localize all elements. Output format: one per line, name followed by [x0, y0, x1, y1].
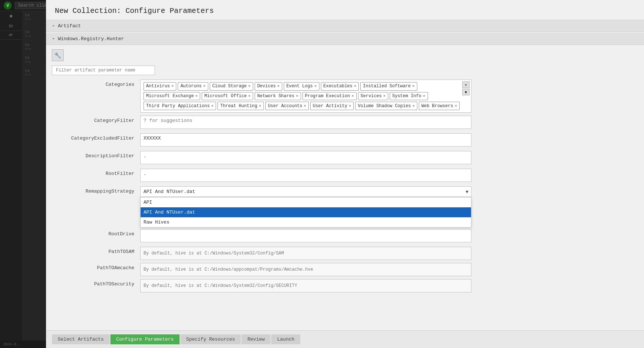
modal-footer: Select Artifacts Configure Parameters Sp… — [46, 330, 644, 348]
path-to-amcache-label: PathTOAmcache — [52, 263, 140, 271]
tag-microsoft-exchange[interactable]: Microsoft Exchange × — [144, 92, 200, 101]
registry-collapse-icon: - — [52, 36, 55, 42]
tag-web-browsers[interactable]: Web Browsers × — [419, 102, 460, 110]
tag-event-logs-remove[interactable]: × — [314, 84, 317, 88]
tag-program-execution-remove[interactable]: × — [351, 94, 354, 98]
tag-microsoft-office-remove[interactable]: × — [248, 94, 251, 98]
path-to-sam-input[interactable] — [140, 247, 471, 260]
tag-third-party-remove[interactable]: × — [211, 104, 214, 108]
tag-network-shares[interactable]: Network Shares × — [255, 92, 301, 101]
categories-value: Antivirus × Autoruns × Cloud Storage × D… — [140, 80, 638, 113]
remapping-strategy-select[interactable]: API API And NTUser.dat Raw Hives — [140, 186, 471, 197]
sidebar-logo: + — [0, 11, 22, 22]
path-to-security-input[interactable] — [140, 279, 471, 292]
tag-services-remove[interactable]: × — [383, 94, 386, 98]
category-filter-input[interactable] — [140, 116, 471, 129]
tag-system-info[interactable]: System Info × — [390, 92, 428, 101]
status-bar-date: 2024-0... — [3, 342, 23, 347]
registry-section-header[interactable]: - Windows.Registry.Hunter — [46, 33, 644, 45]
tag-volume-shadow[interactable]: Volume Shadow Copies × — [355, 102, 417, 110]
category-excluded-row: CategoryExcludedFilter XXXXXX — [52, 133, 638, 148]
category-filter-row: CategoryFilter — [52, 116, 638, 130]
tag-user-accounts[interactable]: User Accounts × — [265, 102, 309, 110]
description-filter-input[interactable]: . — [140, 151, 471, 164]
path-to-security-label: PathTOSecurity — [52, 279, 140, 287]
root-filter-value: . — [140, 169, 638, 183]
modal-body: - Artifact - Windows.Registry.Hunter 🔧 C… — [46, 20, 644, 330]
tag-program-execution[interactable]: Program Execution × — [302, 92, 357, 101]
registry-section-label: Windows.Registry.Hunter — [58, 36, 124, 42]
tag-executables[interactable]: Executables × — [321, 82, 359, 91]
path-to-amcache-input[interactable] — [140, 263, 471, 276]
category-excluded-input[interactable]: XXXXXX — [140, 133, 471, 147]
description-filter-value: . — [140, 151, 638, 166]
path-to-sam-label: PathTOSAM — [52, 247, 140, 254]
tag-cloud-storage[interactable]: Cloud Storage × — [210, 82, 253, 91]
secondary-panel: CaPreL CaPre CaPre CaPre CaPre — [22, 11, 46, 348]
categories-expand-button[interactable]: ▼ — [462, 89, 470, 95]
remapping-strategy-label: RemappingStrategy — [52, 186, 140, 194]
artifact-section-label: Artifact — [58, 23, 81, 29]
tag-installed-software[interactable]: Installed Software × — [360, 82, 417, 91]
filter-parameter-input[interactable] — [52, 66, 155, 75]
tag-volume-shadow-remove[interactable]: × — [412, 104, 415, 108]
tag-microsoft-office[interactable]: Microsoft Office × — [202, 92, 253, 101]
velociraptor-logo: V — [4, 1, 12, 10]
panel-item-3: CaPre — [22, 41, 46, 54]
tab-specify-resources[interactable]: Specify Resources — [180, 334, 241, 344]
sidebar-item-ar[interactable]: Ar — [0, 31, 22, 40]
path-to-security-value — [140, 279, 638, 292]
root-drive-input[interactable] — [140, 229, 471, 242]
tag-services[interactable]: Services × — [358, 92, 388, 101]
modal-title: New Collection: Configure Parameters — [55, 7, 635, 15]
remapping-strategy-row: RemappingStrategy API API And NTUser.dat… — [52, 186, 638, 200]
tag-devices-remove[interactable]: × — [277, 84, 280, 88]
tab-configure-parameters[interactable]: Configure Parameters — [110, 334, 180, 344]
tag-installed-software-remove[interactable]: × — [412, 84, 415, 88]
tag-microsoft-exchange-remove[interactable]: × — [195, 94, 198, 98]
tag-user-activity[interactable]: User Activity × — [310, 102, 354, 110]
tag-system-info-remove[interactable]: × — [423, 94, 425, 98]
categories-clear-button[interactable]: × — [462, 81, 470, 88]
tag-antivirus[interactable]: Antivirus × — [144, 82, 176, 91]
tag-threat-hunting-remove[interactable]: × — [259, 104, 261, 108]
tag-devices[interactable]: Devices × — [255, 82, 282, 91]
tab-select-artifacts[interactable]: Select Artifacts — [52, 334, 110, 344]
tag-threat-hunting[interactable]: Threat Hunting × — [217, 102, 263, 110]
svg-text:V: V — [6, 3, 9, 8]
modal-header: New Collection: Configure Parameters — [46, 0, 644, 20]
remapping-dropdown-popup: API API And NTUser.dat Raw Hives — [140, 197, 471, 228]
dropdown-option-raw-hives[interactable]: Raw Hives — [141, 217, 471, 227]
description-filter-label: DescriptionFilter — [52, 151, 140, 159]
tab-launch[interactable]: Launch — [271, 334, 300, 344]
tag-web-browsers-remove[interactable]: × — [454, 104, 457, 108]
tag-autoruns[interactable]: Autoruns × — [178, 82, 208, 91]
root-filter-input[interactable]: . — [140, 169, 471, 182]
sidebar-item-st[interactable]: St — [0, 22, 22, 31]
artifact-section-header[interactable]: - Artifact — [46, 20, 644, 32]
wrench-button[interactable]: 🔧 — [52, 49, 64, 61]
root-filter-label: RootFilter — [52, 169, 140, 176]
tag-autoruns-remove[interactable]: × — [203, 84, 206, 88]
tag-third-party[interactable]: Third Party Applications × — [144, 102, 216, 110]
tag-network-shares-remove[interactable]: × — [296, 94, 298, 98]
tag-cloud-storage-remove[interactable]: × — [248, 84, 251, 88]
tag-executables-remove[interactable]: × — [354, 84, 357, 88]
dropdown-option-api[interactable]: API — [141, 197, 471, 207]
root-filter-row: RootFilter . — [52, 169, 638, 183]
tag-antivirus-remove[interactable]: × — [171, 84, 174, 88]
path-to-sam-value — [140, 247, 638, 260]
path-to-amcache-row: PathTOAmcache — [52, 263, 638, 276]
categories-label: Categories — [52, 80, 140, 87]
panel-item-1: CaPreL — [22, 11, 46, 28]
tab-review[interactable]: Review — [241, 334, 270, 344]
root-drive-label: RootDrive — [52, 229, 140, 237]
tag-event-logs[interactable]: Event Logs × — [284, 82, 319, 91]
categories-box-actions: × ▼ — [462, 81, 470, 95]
root-drive-value — [140, 229, 638, 244]
left-sidebar: + St Ar — [0, 11, 22, 348]
categories-box[interactable]: Antivirus × Autoruns × Cloud Storage × D… — [140, 80, 471, 113]
dropdown-option-api-ntuser[interactable]: API And NTUser.dat — [141, 207, 471, 217]
tag-user-activity-remove[interactable]: × — [349, 104, 351, 108]
tag-user-accounts-remove[interactable]: × — [304, 104, 307, 108]
